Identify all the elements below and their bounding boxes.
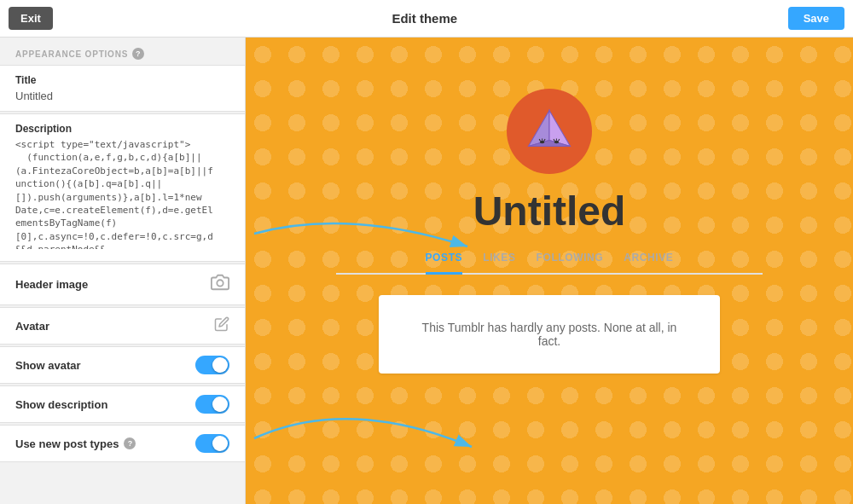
use-new-post-types-row: Use new post types ? [0, 425, 245, 462]
title-label: Title [15, 74, 229, 86]
tab-posts[interactable]: POSTS [426, 252, 463, 275]
appearance-help-icon[interactable]: ? [132, 48, 144, 60]
nav-tabs: POSTS LIKES FOLLOWING ARCHIVE [336, 252, 763, 275]
preview-area: Untitled POSTS LIKES FOLLOWING ARCHIVE T… [246, 38, 853, 504]
no-posts-message: This Tumblr has hardly any posts. None a… [379, 295, 720, 374]
show-avatar-row: Show avatar [0, 346, 245, 384]
header-image-row: Header image [0, 264, 245, 305]
page-title: Edit theme [61, 11, 788, 26]
exit-button[interactable]: Exit [9, 7, 53, 30]
camera-icon[interactable] [211, 273, 229, 296]
title-value[interactable]: Untitled [15, 90, 229, 102]
svg-point-4 [540, 141, 545, 144]
tab-archive[interactable]: ARCHIVE [624, 252, 673, 275]
show-description-label: Show description [15, 398, 107, 411]
description-section: Description <script type="text/javascrip… [0, 113, 245, 262]
avatar-image [519, 101, 579, 161]
tab-likes[interactable]: LIKES [483, 252, 515, 275]
svg-point-0 [217, 280, 223, 286]
appearance-label-text: APPEARANCE OPTIONS [15, 49, 128, 59]
description-label: Description [15, 123, 229, 135]
use-new-post-types-toggle[interactable] [195, 434, 229, 453]
main-layout: APPEARANCE OPTIONS ? Title Untitled Desc… [0, 38, 853, 504]
use-new-post-types-label: Use new post types ? [15, 437, 136, 450]
pencil-icon[interactable] [214, 316, 229, 335]
show-avatar-toggle[interactable] [195, 356, 229, 374]
avatar-label: Avatar [15, 320, 49, 333]
sidebar: APPEARANCE OPTIONS ? Title Untitled Desc… [0, 38, 246, 504]
header-image-label: Header image [15, 278, 88, 291]
title-section: Title Untitled [0, 65, 245, 112]
appearance-label: APPEARANCE OPTIONS ? [0, 38, 245, 65]
description-textarea[interactable]: <script type="text/javascript"> (functio… [15, 138, 229, 249]
show-avatar-label: Show avatar [15, 359, 81, 372]
svg-point-5 [554, 141, 560, 144]
post-types-help-icon[interactable]: ? [124, 437, 136, 449]
avatar-row: Avatar [0, 307, 245, 345]
top-bar: Exit Edit theme Save [0, 0, 853, 38]
avatar [507, 89, 592, 174]
save-button[interactable]: Save [788, 7, 844, 30]
tab-following[interactable]: FOLLOWING [537, 252, 604, 275]
preview-content: Untitled POSTS LIKES FOLLOWING ARCHIVE T… [246, 38, 853, 374]
show-description-toggle[interactable] [195, 395, 229, 414]
blog-title: Untitled [473, 188, 626, 235]
show-description-row: Show description [0, 385, 245, 423]
